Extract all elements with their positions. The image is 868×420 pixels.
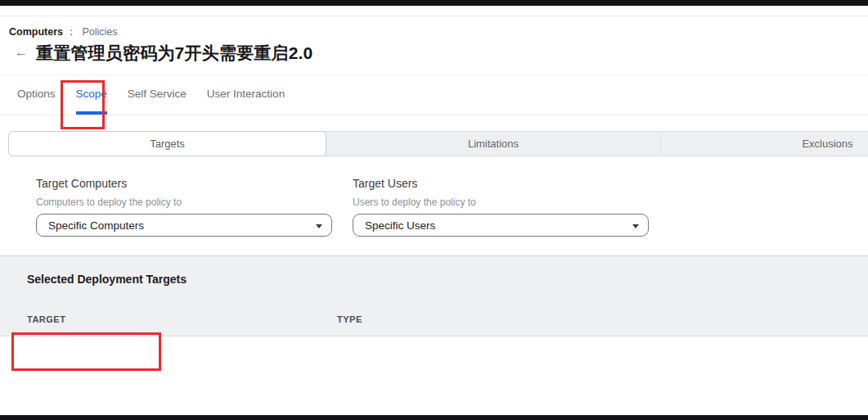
caret-down-icon <box>316 224 322 228</box>
target-users-dropdown[interactable]: Specific Users <box>353 214 649 237</box>
caret-down-icon <box>632 224 639 228</box>
tab-bar: Options Scope Self Service User Interact… <box>17 87 285 115</box>
back-button[interactable]: ← <box>15 45 28 60</box>
tab-options[interactable]: Options <box>17 87 56 115</box>
segment-targets-label: Targets <box>150 138 185 150</box>
target-computers-field: Target Computers Computers to deploy the… <box>36 177 332 237</box>
target-users-label: Target Users <box>353 177 649 190</box>
annotation-box-scope-tab <box>61 80 105 129</box>
segment-targets[interactable]: Targets <box>8 131 326 156</box>
tab-self-service[interactable]: Self Service <box>128 87 187 115</box>
target-computers-helper: Computers to deploy the policy to <box>36 197 332 208</box>
target-users-field: Target Users Users to deploy the policy … <box>353 177 649 237</box>
segment-limitations-label: Limitations <box>468 138 519 150</box>
segment-limitations[interactable]: Limitations <box>326 132 660 156</box>
screen: Computers：Policies ← 重置管理员密码为7开头需要重启2.0 … <box>0 0 868 420</box>
target-users-helper: Users to deploy the policy to <box>353 197 649 208</box>
target-computers-label: Target Computers <box>36 177 332 190</box>
header-divider <box>0 75 868 75</box>
breadcrumb-policies[interactable]: Policies <box>82 26 117 38</box>
deployment-targets-section-title: Selected Deployment Targets <box>27 273 187 286</box>
annotation-box-target-row <box>11 332 161 371</box>
tab-user-interaction[interactable]: User Interaction <box>207 87 285 115</box>
column-header-target: TARGET <box>27 314 65 324</box>
column-header-type: TYPE <box>337 314 362 324</box>
segment-exclusions-label: Exclusions <box>802 138 852 150</box>
bottom-window-bar <box>0 415 868 420</box>
target-users-dropdown-value: Specific Users <box>365 219 435 232</box>
segment-exclusions[interactable]: Exclusions <box>660 132 868 156</box>
scope-segmented-control: Targets Limitations Exclusions <box>8 131 868 156</box>
top-divider <box>0 16 868 16</box>
tabs-divider <box>0 115 868 115</box>
top-window-bar <box>0 0 868 6</box>
breadcrumb: Computers：Policies <box>9 26 118 38</box>
target-computers-dropdown-value: Specific Computers <box>48 219 144 232</box>
back-arrow-icon: ← <box>15 45 28 59</box>
target-computers-dropdown[interactable]: Specific Computers <box>36 214 332 237</box>
deployment-targets-panel-header <box>0 255 868 336</box>
breadcrumb-separator: ： <box>66 26 77 38</box>
page-title: 重置管理员密码为7开头需要重启2.0 <box>36 42 313 65</box>
breadcrumb-computers[interactable]: Computers <box>9 26 63 38</box>
